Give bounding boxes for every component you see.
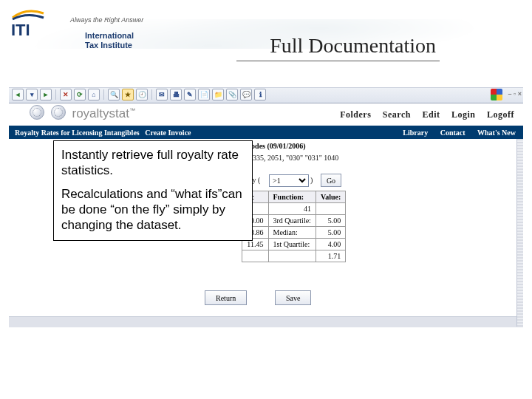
vertical-scrollbar[interactable] bbox=[516, 139, 523, 327]
app-top-menu: Folders Search Edit Login Logoff bbox=[331, 109, 514, 120]
favorites-icon[interactable]: ★ bbox=[122, 89, 134, 100]
info-icon[interactable]: ℹ bbox=[254, 89, 266, 100]
callout-p2: Recalculations and “what ifs”can be done… bbox=[61, 186, 245, 233]
nav-left[interactable]: Royalty Rates for Licensing Intangibles bbox=[15, 129, 140, 137]
nav-whatsnew[interactable]: What's New bbox=[477, 129, 516, 137]
windows-logo-icon bbox=[491, 89, 502, 100]
history-icon[interactable]: 🕘 bbox=[136, 89, 148, 100]
folder-icon[interactable]: 📁 bbox=[212, 89, 224, 100]
stop-icon[interactable]: ✕ bbox=[60, 89, 72, 100]
menu-login[interactable]: Login bbox=[451, 109, 476, 120]
col-fn: Function: bbox=[268, 191, 316, 203]
header-wave-decoration bbox=[0, 19, 532, 49]
mail-icon[interactable]: ✉ bbox=[156, 89, 168, 100]
table-row: 30.00 3rd Quartile: 5.00 bbox=[242, 215, 346, 227]
home-icon[interactable]: ⌂ bbox=[88, 89, 100, 100]
iti-logo: ITI bbox=[11, 9, 45, 38]
slide-header: ITI Always the Right Answer Internationa… bbox=[0, 0, 532, 59]
edit-icon[interactable]: ✎ bbox=[184, 89, 196, 100]
nav-contact[interactable]: Contact bbox=[440, 129, 466, 137]
statistics-table: uc Function: Value: 41 30.00 3rd Quartil… bbox=[242, 191, 346, 262]
logo-tagline: Always the Right Answer bbox=[70, 16, 143, 24]
callout-box: Instantly retrieve full royalty rate sta… bbox=[53, 140, 253, 241]
app-brand-row: royaltystat™ Folders Search Edit Login L… bbox=[9, 103, 523, 127]
app-nav-strip: Royalty Rates for Licensing Intangibles … bbox=[9, 127, 523, 139]
title-underline bbox=[236, 61, 440, 61]
go-button[interactable]: Go bbox=[321, 174, 341, 187]
browser-toolbar: ◄ ▾ ► ✕ ⟳ ⌂ 🔍 ★ 🕘 ✉ 🖶 ✎ 📄 📁 📎 💬 ℹ – ▫ × bbox=[9, 87, 523, 103]
refresh-icon[interactable]: ⟳ bbox=[74, 89, 86, 100]
table-row: 11.45 1st Quartile: 4.00 bbox=[242, 239, 346, 250]
save-button[interactable]: Save bbox=[275, 290, 311, 305]
col-val: Value: bbox=[316, 191, 345, 203]
print-icon[interactable]: 🖶 bbox=[170, 89, 182, 100]
nav-create-invoice[interactable]: Create Invoice bbox=[145, 129, 191, 137]
search-icon[interactable]: 🔍 bbox=[108, 89, 120, 100]
nav-library[interactable]: Library bbox=[403, 129, 428, 137]
page-title: Full Documentation bbox=[270, 34, 436, 58]
back-icon[interactable]: ◄ bbox=[12, 89, 24, 100]
app-logo: royaltystat™ bbox=[30, 105, 135, 121]
menu-logoff[interactable]: Logoff bbox=[487, 109, 514, 120]
clip-icon[interactable]: 📎 bbox=[226, 89, 238, 100]
app-footer-bar bbox=[9, 316, 523, 327]
chat-icon[interactable]: 💬 bbox=[240, 89, 252, 100]
return-button[interactable]: Return bbox=[205, 290, 247, 305]
orb-icon bbox=[30, 105, 44, 120]
logo-text: ITI bbox=[11, 21, 30, 39]
logo-swoop-icon bbox=[11, 9, 45, 21]
table-row: 1.71 bbox=[242, 250, 346, 262]
sic-codes-value: , 3335, 2051, "030" "031" 1040 bbox=[245, 154, 338, 162]
window-controls[interactable]: – ▫ × bbox=[508, 90, 522, 98]
orb-icon bbox=[51, 105, 66, 120]
logo-subtitle: International Tax Institute bbox=[85, 31, 134, 50]
table-row: 8.86 Median: 5.00 bbox=[242, 227, 346, 239]
menu-search[interactable]: Search bbox=[383, 109, 411, 120]
dropdown-icon[interactable]: ▾ bbox=[26, 89, 38, 100]
menu-edit[interactable]: Edit bbox=[422, 109, 440, 120]
frequency-select[interactable]: >1 bbox=[269, 174, 309, 187]
table-row: 41 bbox=[242, 203, 346, 215]
menu-folders[interactable]: Folders bbox=[340, 109, 371, 120]
forward-icon[interactable]: ► bbox=[40, 89, 52, 100]
notes-icon[interactable]: 📄 bbox=[198, 89, 210, 100]
callout-p1: Instantly retrieve full royalty rate sta… bbox=[61, 147, 245, 179]
